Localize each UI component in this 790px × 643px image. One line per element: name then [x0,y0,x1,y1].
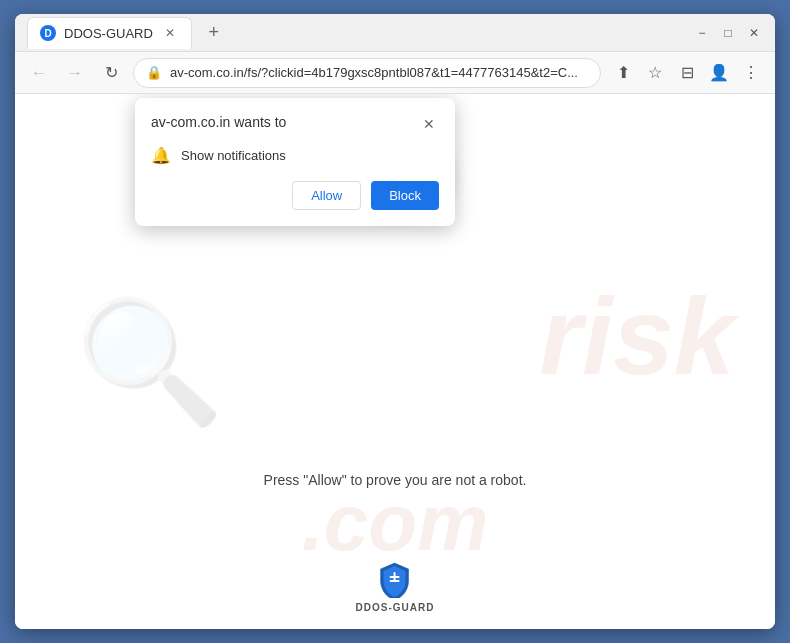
menu-button[interactable]: ⋮ [737,59,765,87]
bookmark-button[interactable]: ☆ [641,59,669,87]
profile-button[interactable]: 👤 [705,59,733,87]
magnify-watermark: 🔍 [75,291,225,432]
window-controls: − □ ✕ [693,24,763,42]
page-content: 🔍 risk .com av-com.co.in wants to ✕ 🔔 Sh… [15,94,775,629]
svg-rect-2 [394,572,396,582]
window-minimize-button[interactable]: − [693,24,711,42]
popup-close-button[interactable]: ✕ [419,114,439,134]
nav-actions: ⬆ ☆ ⊟ 👤 ⋮ [609,59,765,87]
extensions-button[interactable]: ⊟ [673,59,701,87]
block-button[interactable]: Block [371,181,439,210]
risk-watermark-right: risk [539,271,735,398]
forward-button[interactable]: → [61,59,89,87]
popup-buttons: Allow Block [151,181,439,210]
tab-favicon: D [40,25,56,41]
com-watermark-bottom: .com [302,477,489,569]
press-allow-text: Press "Allow" to prove you are not a rob… [264,471,527,489]
back-button[interactable]: ← [25,59,53,87]
tab-area: D DDOS-GUARD ✕ + [27,17,685,49]
browser-window: D DDOS-GUARD ✕ + − □ ✕ [15,14,775,629]
popup-notification-row: 🔔 Show notifications [151,146,439,165]
share-button[interactable]: ⬆ [609,59,637,87]
notification-label: Show notifications [181,148,286,163]
ddos-guard-label: DDOS-GUARD [356,602,435,613]
tab-title: DDOS-GUARD [64,26,153,41]
notification-popup: av-com.co.in wants to ✕ 🔔 Show notificat… [135,98,455,226]
lock-icon: 🔒 [146,65,162,80]
allow-button[interactable]: Allow [292,181,361,210]
popup-title: av-com.co.in wants to [151,114,286,130]
url-text: av-com.co.in/fs/?clickid=4b179gxsc8pntbl… [170,65,588,80]
active-tab[interactable]: D DDOS-GUARD ✕ [27,17,192,49]
title-bar: D DDOS-GUARD ✕ + − □ ✕ [15,14,775,52]
ddos-guard-logo: DDOS-GUARD [356,562,435,613]
popup-header: av-com.co.in wants to ✕ [151,114,439,134]
address-bar[interactable]: 🔒 av-com.co.in/fs/?clickid=4b179gxsc8pnt… [133,58,601,88]
ddos-guard-shield-icon [379,562,411,598]
refresh-button[interactable]: ↻ [97,59,125,87]
bell-icon: 🔔 [151,146,171,165]
tab-close-button[interactable]: ✕ [161,24,179,42]
window-close-button[interactable]: ✕ [745,24,763,42]
window-maximize-button[interactable]: □ [719,24,737,42]
nav-bar: ← → ↻ 🔒 av-com.co.in/fs/?clickid=4b179gx… [15,52,775,94]
new-tab-button[interactable]: + [200,19,228,47]
